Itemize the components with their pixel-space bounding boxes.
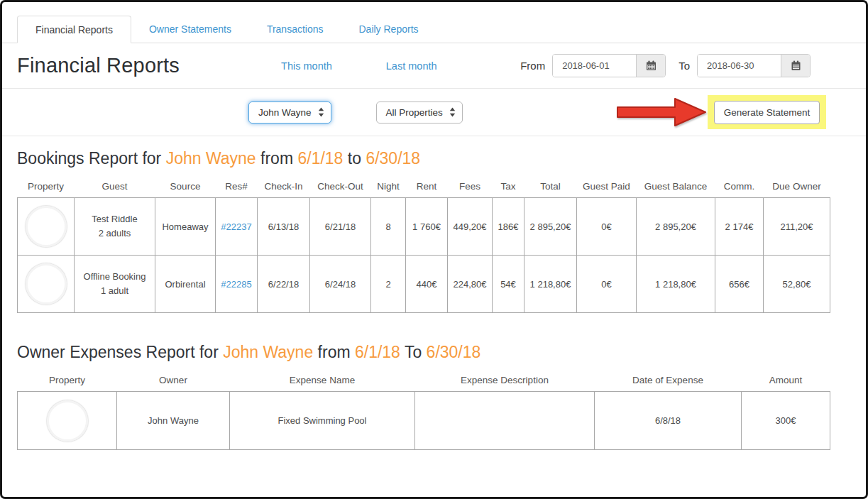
bookings-heading-from-word: from <box>260 149 293 168</box>
cell-expense-name: Fixed Swimming Pool <box>230 392 415 450</box>
cell-fees: 224,80€ <box>448 256 493 313</box>
select-arrows-icon <box>449 107 456 117</box>
cell-tax: 54€ <box>493 256 524 313</box>
last-month-link[interactable]: Last month <box>386 60 437 72</box>
bookings-heading-owner: John Wayne <box>166 149 256 168</box>
guest-count: 1 adult <box>77 284 152 298</box>
cell-due-owner: 211,20€ <box>764 198 830 256</box>
reservation-link[interactable]: #22285 <box>221 279 251 290</box>
cell-amount: 300€ <box>742 392 830 450</box>
col-property: Property <box>18 371 117 392</box>
property-photo <box>26 263 67 305</box>
cell-guest: Test Riddle 2 adults <box>75 198 155 256</box>
bookings-section: Bookings Report for John Wayne from 6/1/… <box>2 149 866 313</box>
tab-owner-statements[interactable]: Owner Statements <box>131 16 249 43</box>
col-night: Night <box>371 177 406 198</box>
expense-row: John Wayne Fixed Swimming Pool 6/8/18 30… <box>18 392 830 450</box>
annotation-arrow-wrap: Generate Statement <box>616 95 826 129</box>
col-due-owner: Due Owner <box>764 177 830 198</box>
cell-due-owner: 52,80€ <box>764 256 830 313</box>
from-date-group <box>552 54 666 77</box>
cell-total: 1 218,80€ <box>524 256 577 313</box>
col-property: Property <box>18 177 75 198</box>
from-date-input[interactable] <box>553 55 636 77</box>
col-guest: Guest <box>75 177 155 198</box>
expenses-heading-from-word: from <box>318 343 351 361</box>
page-title: Financial Reports <box>17 54 180 77</box>
expenses-heading-start-date: 6/1/18 <box>355 343 400 361</box>
owner-select[interactable]: John Wayne <box>248 102 331 124</box>
col-total: Total <box>524 177 577 198</box>
cell-property <box>18 256 75 313</box>
cell-night: 2 <box>371 256 406 313</box>
col-date-of-expense: Date of Expense <box>595 371 742 392</box>
col-check-in: Check-In <box>258 177 310 198</box>
expenses-section: Owner Expenses Report for John Wayne fro… <box>2 343 866 450</box>
cell-guest-paid: 0€ <box>577 198 637 256</box>
cell-owner: John Wayne <box>117 392 230 450</box>
reservation-link[interactable]: #22237 <box>221 221 251 232</box>
bookings-header-row: Property Guest Source Res# Check-In Chec… <box>18 177 830 198</box>
cell-comm: 2 174€ <box>715 198 764 256</box>
property-photo <box>47 400 88 442</box>
cell-guest-balance: 1 218,80€ <box>637 256 715 313</box>
col-res: Res# <box>216 177 258 198</box>
bookings-table: Property Guest Source Res# Check-In Chec… <box>17 177 830 313</box>
cell-fees: 449,20€ <box>448 198 493 256</box>
date-range-controls: From To <box>520 54 811 77</box>
booking-row: Offline Booking 1 adult Orbirental #2228… <box>18 256 830 313</box>
tab-daily-reports[interactable]: Daily Reports <box>341 16 436 43</box>
app-window: Financial Reports Owner Statements Trans… <box>0 0 868 499</box>
cell-date-of-expense: 6/8/18 <box>595 392 742 450</box>
calendar-icon <box>646 60 657 71</box>
cell-total: 2 895,20€ <box>524 198 577 256</box>
cell-expense-description <box>415 392 595 450</box>
col-check-out: Check-Out <box>310 177 371 198</box>
from-label: From <box>520 60 545 72</box>
cell-comm: 656€ <box>715 256 764 313</box>
tab-financial-reports[interactable]: Financial Reports <box>17 16 131 43</box>
cell-night: 8 <box>371 198 406 256</box>
expenses-table: Property Owner Expense Name Expense Desc… <box>17 371 830 450</box>
tab-transactions[interactable]: Transactions <box>249 16 341 43</box>
expenses-header-row: Property Owner Expense Name Expense Desc… <box>18 371 830 392</box>
cell-res: #22285 <box>216 256 258 313</box>
expenses-heading-to-word: To <box>405 343 422 361</box>
property-photo <box>26 206 67 247</box>
col-amount: Amount <box>742 371 830 392</box>
to-calendar-button[interactable] <box>781 55 810 77</box>
bookings-heading-to-word: to <box>348 149 361 168</box>
cell-guest-paid: 0€ <box>577 256 637 313</box>
booking-row: Test Riddle 2 adults Homeaway #22237 6/1… <box>18 198 830 256</box>
col-guest-paid: Guest Paid <box>577 177 637 198</box>
highlight-box: Generate Statement <box>708 95 826 129</box>
page-header: Financial Reports This month Last month … <box>2 43 866 88</box>
to-date-group <box>697 54 811 77</box>
cell-res: #22237 <box>216 198 258 256</box>
bookings-heading-start-date: 6/1/18 <box>297 149 343 168</box>
bookings-heading-prefix: Bookings Report for <box>17 149 161 168</box>
col-guest-balance: Guest Balance <box>637 177 715 198</box>
col-tax: Tax <box>493 177 524 198</box>
col-comm: Comm. <box>715 177 764 198</box>
property-select-value: All Properties <box>386 107 443 118</box>
col-expense-description: Expense Description <box>415 371 595 392</box>
to-label: To <box>679 60 690 72</box>
col-rent: Rent <box>406 177 448 198</box>
owner-select-value: John Wayne <box>258 107 312 118</box>
controls-divider <box>2 136 866 136</box>
expenses-heading-owner: John Wayne <box>223 343 313 361</box>
col-source: Source <box>155 177 216 198</box>
property-select[interactable]: All Properties <box>376 102 463 124</box>
guest-count: 2 adults <box>77 226 152 241</box>
this-month-link[interactable]: This month <box>281 60 332 72</box>
col-fees: Fees <box>448 177 493 198</box>
guest-name: Test Riddle <box>77 212 152 226</box>
cell-guest: Offline Booking 1 adult <box>75 256 155 313</box>
generate-statement-button[interactable]: Generate Statement <box>714 101 820 124</box>
cell-guest-balance: 2 895,20€ <box>637 198 715 256</box>
to-date-input[interactable] <box>698 55 781 77</box>
from-calendar-button[interactable] <box>636 55 665 77</box>
cell-rent: 1 760€ <box>406 198 448 256</box>
red-arrow-annotation <box>616 97 707 128</box>
